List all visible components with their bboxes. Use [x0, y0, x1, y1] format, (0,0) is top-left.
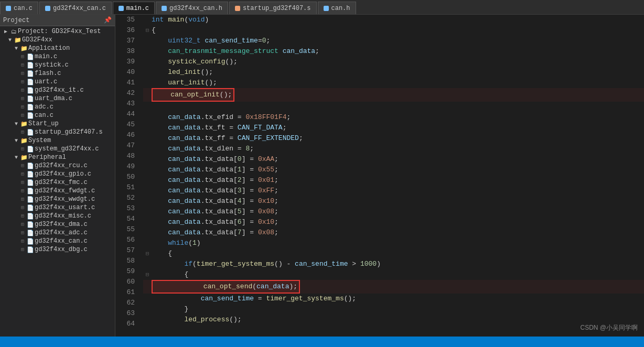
sidebar-item-13[interactable]: ⊞📄system_gd32f4xx.c [0, 145, 115, 153]
code-line-53: can_data.tx_data[5] = 0x08; [143, 207, 644, 217]
sidebar-item-19[interactable]: ⊞📄gd32f4xx_wwdgt.c [0, 195, 115, 203]
line-num-48: 48 [115, 151, 135, 161]
sidebar-item-16[interactable]: ⊞📄gd32f4xx_gpio.c [0, 170, 115, 178]
fold-gutter-59[interactable]: ⊟ [143, 269, 152, 280]
code-text-42: can_opt_init(); [152, 88, 644, 102]
code-line-61: can_send_time = timer_get_system_ms(); [143, 294, 644, 304]
code-text-52: can_data.tx_data[4] = 0x10; [152, 196, 644, 207]
line-num-59: 59 [115, 266, 135, 277]
sidebar-item-22[interactable]: ⊞📄gd32f4xx_dma.c [0, 220, 115, 229]
line-num-53: 53 [115, 203, 135, 214]
code-text-51: can_data.tx_data[3] = 0xFF; [152, 186, 644, 196]
sidebar-item-18[interactable]: ⊞📄gd32f4xx_fwdgt.c [0, 187, 115, 195]
sidebar-item-8[interactable]: ⊞📄adc.c [0, 103, 115, 111]
line-num-50: 50 [115, 172, 135, 182]
tab-label-gd32f4xx-can-h: gd32f4xx_can.h [169, 5, 222, 12]
line-num-40: 40 [115, 67, 135, 78]
sidebar-item-4[interactable]: ⊞📄flash.c [0, 69, 115, 78]
code-text-57: { [152, 248, 644, 259]
tab-label-startup-s: startup_gd32f407.s [243, 5, 311, 12]
tab-icon-gd32f4xx-can-c [45, 6, 50, 11]
code-text-35: int main(void) [152, 15, 644, 25]
line-numbers: 3536373839404142434445464748495051525354… [115, 15, 139, 337]
sidebar-item-25[interactable]: ⊞📄gd32f4xx_dbg.c [0, 245, 115, 254]
sidebar-item-10[interactable]: ▼📁Start_up [0, 120, 115, 128]
tab-main-c[interactable]: main.c [113, 2, 155, 14]
code-line-64 [143, 325, 644, 335]
sidebar-item-5[interactable]: ⊞📄uart.c [0, 78, 115, 86]
code-text-58: if(timer_get_system_ms() - can_send_time… [152, 259, 644, 269]
code-line-47: can_data.tx_dlen = 8; [143, 144, 644, 154]
line-num-64: 64 [115, 319, 135, 329]
line-num-52: 52 [115, 193, 135, 203]
sidebar-item-12[interactable]: ▼📁System [0, 136, 115, 145]
code-line-56: while(1) [143, 238, 644, 248]
tab-label-can-h: can.h [331, 5, 350, 12]
line-num-57: 57 [115, 245, 135, 256]
sidebar-item-24[interactable]: ⊞📄gd32f4xx_can.c [0, 237, 115, 245]
code-line-39: systick_config(); [143, 57, 644, 67]
code-line-57: ⊟ { [143, 248, 644, 259]
status-bar [0, 337, 644, 347]
code-text-62: } [152, 304, 644, 315]
code-line-50: can_data.tx_data[2] = 0x01; [143, 175, 644, 186]
line-num-63: 63 [115, 308, 135, 319]
code-content[interactable]: int main(void)⊟{ uint32_t can_send_time=… [139, 15, 644, 337]
line-num-35: 35 [115, 15, 135, 25]
sidebar-item-11[interactable]: ⊞📄startup_gd32f407.s [0, 128, 115, 136]
sidebar-item-6[interactable]: ⊞📄gd32f4xx_it.c [0, 86, 115, 94]
line-num-46: 46 [115, 130, 135, 140]
sidebar-item-21[interactable]: ⊞📄gd32f4xx_misc.c [0, 212, 115, 220]
line-num-43: 43 [115, 99, 135, 109]
fold-gutter-57[interactable]: ⊟ [143, 248, 152, 259]
tab-can-h[interactable]: can.h [318, 2, 356, 14]
code-line-49: can_data.tx_data[1] = 0x55; [143, 165, 644, 175]
sidebar-item-15[interactable]: ⊞📄gd32f4xx_rcu.c [0, 161, 115, 170]
code-text-45: can_data.tx_ft = CAN_FT_DATA; [152, 123, 644, 133]
code-line-41: uart_init(); [143, 78, 644, 88]
code-text-56: while(1) [152, 238, 644, 248]
tab-can-c[interactable]: can.c [0, 2, 38, 14]
sidebar-item-17[interactable]: ⊞📄gd32f4xx_fmc.c [0, 178, 115, 187]
sidebar-item-9[interactable]: ⊞📄can.c [0, 111, 115, 120]
line-num-58: 58 [115, 256, 135, 266]
code-line-62: } [143, 304, 644, 315]
line-num-37: 37 [115, 36, 135, 46]
sidebar-item-1[interactable]: ▼📁Application [0, 44, 115, 52]
code-line-48: can_data.tx_data[0] = 0xAA; [143, 154, 644, 165]
code-text-44: can_data.tx_efid = 0x18FF01F4; [152, 112, 644, 123]
line-num-47: 47 [115, 140, 135, 151]
line-num-39: 39 [115, 57, 135, 67]
sidebar-item-2[interactable]: ⊞📄main.c [0, 52, 115, 61]
code-text-55: can_data.tx_data[7] = 0x08; [152, 227, 644, 238]
tab-gd32f4xx-can-h[interactable]: gd32f4xx_can.h [156, 2, 228, 14]
line-num-55: 55 [115, 224, 135, 235]
tab-gd32f4xx-can-c[interactable]: gd32f4xx_can.c [39, 2, 112, 14]
tab-icon-gd32f4xx-can-h [162, 6, 167, 11]
line-num-51: 51 [115, 182, 135, 193]
code-text-59: { [152, 269, 644, 280]
sidebar-item-7[interactable]: ⊞📄uart_dma.c [0, 94, 115, 103]
code-line-54: can_data.tx_data[6] = 0x10; [143, 217, 644, 227]
code-line-42: can_opt_init(); [143, 88, 644, 102]
tab-startup-s[interactable]: startup_gd32f407.s [229, 2, 317, 14]
sidebar-pin-icon[interactable]: 📌 [104, 16, 112, 24]
code-text-36: { [152, 25, 644, 36]
sidebar-item-0[interactable]: ▼📁GD32F4xx [0, 36, 115, 44]
line-num-44: 44 [115, 109, 135, 120]
code-text-40: led_init(); [152, 67, 644, 78]
code-line-36: ⊟{ [143, 25, 644, 36]
sidebar-project-name[interactable]: ▶🗂Project: GD32F4xx_Test [0, 27, 115, 36]
fold-gutter-36[interactable]: ⊟ [143, 25, 152, 36]
sidebar-item-20[interactable]: ⊞📄gd32f4xx_usart.c [0, 203, 115, 212]
code-text-50: can_data.tx_data[2] = 0x01; [152, 175, 644, 186]
code-text-54: can_data.tx_data[6] = 0x10; [152, 217, 644, 227]
sidebar-item-14[interactable]: ▼📁Peripheral [0, 153, 115, 161]
line-num-60: 60 [115, 277, 135, 287]
sidebar-item-3[interactable]: ⊞📄systick.c [0, 61, 115, 69]
code-text-47: can_data.tx_dlen = 8; [152, 144, 644, 154]
sidebar-item-23[interactable]: ⊞📄gd32f4xx_adc.c [0, 229, 115, 237]
watermark: CSDN @小吴同学啊 [580, 323, 638, 332]
code-line-45: can_data.tx_ft = CAN_FT_DATA; [143, 123, 644, 133]
line-num-54: 54 [115, 214, 135, 224]
